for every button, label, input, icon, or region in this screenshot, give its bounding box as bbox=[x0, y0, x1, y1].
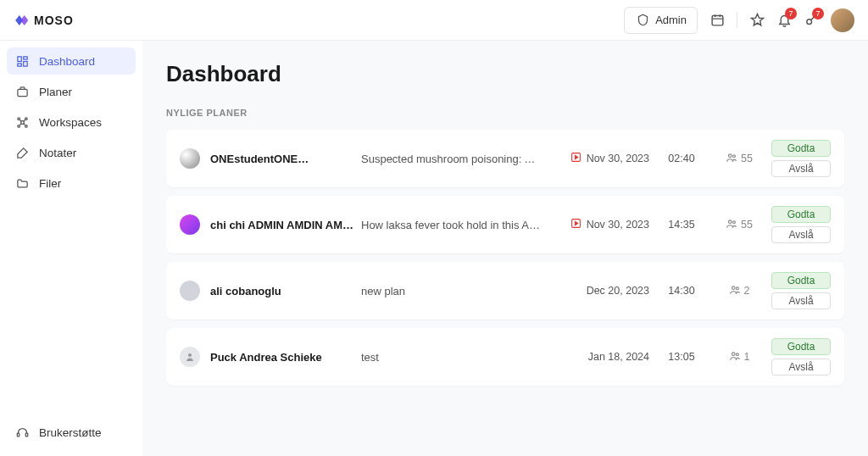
row-date: Nov 30, 2023 bbox=[548, 218, 649, 231]
sidebar-item-label: Planer bbox=[39, 86, 72, 98]
row-time: 13:05 bbox=[656, 351, 707, 363]
brand-name: MOSO bbox=[34, 14, 74, 27]
reject-button[interactable]: Avslå bbox=[771, 359, 831, 375]
row-name: chi chi ADMIN AMDIN AMDIN bbox=[210, 219, 354, 231]
svg-point-15 bbox=[729, 153, 732, 157]
app-header: MOSO Admin 7 7 bbox=[0, 0, 868, 41]
row-avatar bbox=[180, 214, 200, 235]
svg-point-20 bbox=[732, 286, 735, 289]
reject-button[interactable]: Avslå bbox=[771, 292, 831, 309]
logo-mark-icon bbox=[14, 13, 29, 28]
reject-button[interactable]: Avslå bbox=[771, 160, 831, 177]
row-description: test bbox=[361, 351, 541, 364]
row-description: Suspected mushroom poisoning: Australian… bbox=[361, 153, 541, 165]
row-participant-count: 55 bbox=[714, 218, 765, 232]
reject-button[interactable]: Avslå bbox=[771, 226, 831, 243]
row-avatar bbox=[180, 281, 200, 301]
key-icon[interactable]: 7 bbox=[804, 13, 819, 28]
notification-badge: 7 bbox=[785, 8, 797, 19]
row-avatar bbox=[180, 148, 200, 169]
sidebar-item-label: Dashboard bbox=[39, 55, 95, 68]
svg-point-23 bbox=[732, 352, 735, 355]
sidebar-item-workspaces[interactable]: Workspaces bbox=[7, 108, 136, 136]
flag-icon bbox=[570, 152, 581, 165]
row-actions: GodtaAvslå bbox=[771, 272, 831, 309]
accept-button[interactable]: Godta bbox=[771, 206, 831, 223]
row-time: 14:35 bbox=[656, 219, 707, 231]
note-icon bbox=[15, 146, 29, 159]
main-content: Dashboard NYLIGE PLANER ONEstudentONE…Su… bbox=[142, 41, 868, 456]
svg-point-18 bbox=[729, 220, 732, 223]
user-avatar[interactable] bbox=[831, 8, 854, 32]
workspace-icon bbox=[15, 115, 29, 129]
users-icon bbox=[729, 350, 741, 364]
svg-rect-2 bbox=[17, 56, 20, 61]
accept-button[interactable]: Godta bbox=[771, 140, 831, 157]
sidebar-item-support[interactable]: Brukerstøtte bbox=[7, 419, 136, 446]
briefcase-icon bbox=[15, 85, 29, 98]
svg-point-1 bbox=[806, 19, 811, 25]
svg-rect-4 bbox=[23, 61, 26, 66]
plan-row[interactable]: ONEstudentONE…Suspected mushroom poisoni… bbox=[166, 130, 844, 187]
row-description: How laksa fever took hold in this Austra… bbox=[361, 219, 541, 231]
page-title: Dashboard bbox=[166, 61, 844, 87]
users-icon bbox=[726, 218, 737, 232]
row-time: 02:40 bbox=[656, 153, 707, 164]
svg-point-16 bbox=[733, 154, 736, 157]
svg-point-19 bbox=[733, 220, 736, 223]
plans-list: ONEstudentONE…Suspected mushroom poisoni… bbox=[166, 130, 844, 386]
row-actions: GodtaAvslå bbox=[771, 338, 831, 375]
brand-logo[interactable]: MOSO bbox=[14, 13, 74, 28]
row-time: 14:30 bbox=[656, 285, 707, 297]
users-icon bbox=[726, 152, 737, 166]
plan-row[interactable]: ali cobanoglunew planDec 20, 202314:302G… bbox=[166, 262, 844, 320]
folder-icon bbox=[15, 176, 29, 190]
admin-button[interactable]: Admin bbox=[624, 7, 698, 34]
shield-icon bbox=[635, 13, 650, 28]
svg-rect-3 bbox=[23, 56, 26, 58]
svg-point-10 bbox=[17, 125, 19, 127]
users-icon bbox=[729, 284, 741, 298]
key-badge: 7 bbox=[812, 8, 824, 19]
row-actions: GodtaAvslå bbox=[771, 140, 831, 177]
row-participant-count: 55 bbox=[714, 152, 765, 166]
sidebar-item-label: Brukerstøtte bbox=[39, 426, 102, 439]
calendar-icon[interactable] bbox=[709, 13, 725, 28]
header-separator bbox=[737, 13, 737, 28]
row-participant-count: 1 bbox=[714, 350, 765, 364]
admin-label: Admin bbox=[655, 14, 687, 26]
star-icon[interactable] bbox=[749, 13, 765, 28]
svg-point-11 bbox=[25, 125, 27, 127]
accept-button[interactable]: Godta bbox=[771, 272, 831, 289]
svg-point-24 bbox=[736, 353, 738, 355]
svg-point-21 bbox=[736, 286, 738, 289]
section-label: NYLIGE PLANER bbox=[166, 108, 844, 118]
sidebar-item-planer[interactable]: Planer bbox=[7, 78, 136, 105]
row-participant-count: 2 bbox=[714, 284, 765, 298]
row-date: Jan 18, 2024 bbox=[548, 351, 649, 363]
sidebar-item-label: Workspaces bbox=[39, 116, 102, 129]
svg-rect-6 bbox=[17, 89, 26, 96]
svg-rect-5 bbox=[17, 64, 20, 66]
row-actions: GodtaAvslå bbox=[771, 206, 831, 243]
plan-row[interactable]: Puck Andrea SchieketestJan 18, 202413:05… bbox=[166, 328, 844, 386]
sidebar-item-label: Filer bbox=[39, 177, 61, 190]
row-date: Nov 30, 2023 bbox=[548, 152, 649, 165]
sidebar-item-notater[interactable]: Notater bbox=[7, 139, 136, 166]
row-name: ali cobanoglu bbox=[210, 285, 354, 298]
sidebar: Dashboard Planer Workspaces Notater bbox=[0, 41, 142, 456]
accept-button[interactable]: Godta bbox=[771, 338, 831, 355]
svg-point-8 bbox=[17, 117, 19, 120]
headset-icon bbox=[15, 425, 29, 439]
row-name: Puck Andrea Schieke bbox=[210, 351, 354, 364]
row-name: ONEstudentONE… bbox=[210, 153, 354, 165]
dashboard-icon bbox=[15, 54, 29, 68]
svg-point-22 bbox=[188, 353, 192, 357]
svg-rect-0 bbox=[712, 16, 723, 25]
bell-icon[interactable]: 7 bbox=[776, 13, 792, 28]
svg-rect-12 bbox=[17, 433, 19, 437]
sidebar-item-dashboard[interactable]: Dashboard bbox=[7, 47, 136, 75]
sidebar-item-label: Notater bbox=[39, 147, 76, 159]
plan-row[interactable]: chi chi ADMIN AMDIN AMDINHow laksa fever… bbox=[166, 196, 844, 253]
sidebar-item-filer[interactable]: Filer bbox=[7, 170, 136, 197]
